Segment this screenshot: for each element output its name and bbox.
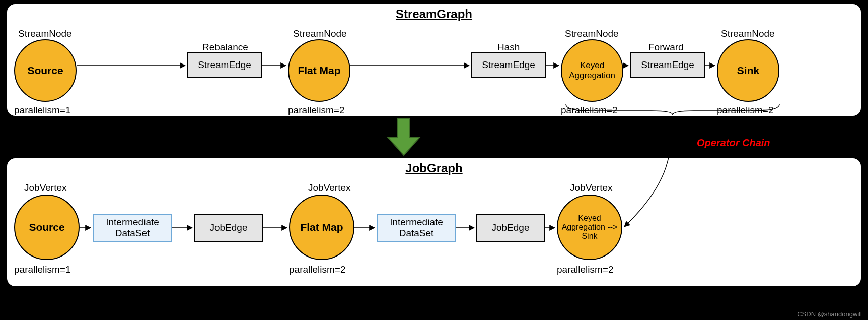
watermark: CSDN @shandongwill	[797, 310, 862, 318]
operator-chain-arrow	[0, 0, 868, 320]
